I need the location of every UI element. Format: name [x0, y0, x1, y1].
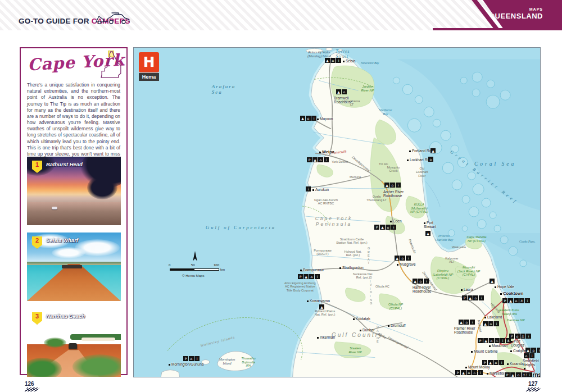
page-number-hatch-right [526, 388, 541, 391]
poi-icon-row: ▲⌂i [413, 279, 429, 284]
scale-unit: km [220, 268, 225, 271]
poi-icon-row: P▲⌂⚓i [505, 372, 533, 377]
hema-logo-mark: H [139, 52, 159, 72]
map-label: Mornington Island [219, 358, 235, 366]
tent-icon: ▲ [319, 304, 324, 309]
town-label: Mossman [489, 344, 507, 348]
anchor-icon: ⚓ [506, 338, 511, 343]
town-label: Smithfield Heights [523, 359, 539, 367]
info-icon: i [406, 256, 411, 261]
scale-tick-50: 50 [191, 263, 195, 267]
map-label: York Downs [332, 160, 348, 163]
fuel-icon: P [374, 225, 379, 230]
tent-icon: ▲ [483, 321, 488, 326]
map-label: Developmental [387, 336, 409, 350]
town-label: Laura [461, 288, 473, 291]
map-label: Holroyd Nat. Ref. (pvt.) [344, 250, 361, 257]
sidebar-panel: Cape York There's a unique satisfaction … [20, 47, 128, 375]
town-label: Port Douglas [511, 339, 524, 348]
tree-silhouette [87, 176, 117, 199]
map-label: Apudthama LT [344, 99, 360, 107]
info-icon: i [537, 348, 541, 353]
town-label: Mount Carbine [471, 349, 498, 353]
highlight-label-1: Bathurst Head [46, 161, 83, 167]
tent-icon: ▲ [395, 256, 400, 261]
map-label: Cooks Pass. [519, 240, 535, 244]
hut-icon: ⌂ [428, 157, 433, 162]
highlight-label-2: Seisia Wharf [46, 237, 78, 243]
info-icon: i [499, 360, 504, 365]
town-label: Hann River Roadhouse [413, 285, 431, 294]
map-label: Mulligan [477, 320, 483, 332]
town-label: Koolatah [353, 317, 370, 321]
town-label: Kowanyama [307, 299, 330, 303]
poi-icon-row: ▲⌂i [325, 58, 342, 63]
map-label: Rutland Plains Nat. Ref. (pvt.) [315, 309, 335, 317]
map-attribution: © Hema Maps [182, 274, 205, 277]
poi-icon-row: ⌂i [524, 353, 535, 358]
town-label: Cooktown [500, 291, 523, 297]
tent-icon: ▲ [430, 148, 436, 153]
map-label: Cape Melville NP (CYPAL) [467, 235, 487, 243]
hut-icon: ⌂ [418, 279, 423, 284]
wharf-deck [27, 264, 121, 301]
fuel-icon: P [298, 274, 303, 279]
town-label: Mornington/Gununa [169, 362, 203, 366]
highlight-card-1[interactable]: 1 Bathurst Head [27, 157, 121, 225]
beach-foreground [27, 202, 121, 225]
hut-icon: ⌂ [189, 356, 194, 361]
poi-icon-row: P▲⌂i [462, 295, 484, 300]
poi-icon-row: ▲⌂i [395, 256, 411, 261]
map-label: Burke [377, 332, 387, 340]
map-label: Olkola AC [375, 285, 389, 288]
info-icon: i [479, 295, 484, 300]
town-label: Archer River Roadhouse [383, 190, 404, 198]
town-label: Mareeba [487, 371, 504, 375]
scale-tick-0: 0 [169, 263, 170, 267]
map-label: Wakooka [452, 245, 466, 249]
hema-logo[interactable]: H Hema [139, 52, 159, 81]
anchor-icon: ⚓ [520, 334, 525, 339]
poi-icon-row: P▲⌂♨i [455, 370, 483, 375]
map-label: Newcastle Bay [361, 61, 379, 65]
tent-icon: ▲ [461, 370, 466, 375]
poi-icon-row: P▲⌂i [298, 274, 320, 279]
town-label: Bramwell Roadhouse [334, 96, 352, 104]
map-label: G R E A T [368, 247, 370, 265]
poi-icon-row: ▲ [430, 148, 436, 153]
town-label: Port Stewart [424, 221, 436, 229]
tent-icon: ▲ [312, 157, 318, 162]
poi-icon-row: ▲⌂i [483, 321, 500, 326]
anchor-icon: ⚓ [519, 298, 524, 303]
town-label: Weipa [319, 150, 334, 155]
tent-icon: ▲ [508, 298, 513, 303]
hut-icon: ⌂ [464, 320, 469, 325]
tent-icon: ▲ [490, 279, 495, 284]
map-label: Gulf Country [332, 332, 383, 339]
info-icon: i [527, 372, 532, 377]
hut-icon: ⌂ [531, 348, 536, 353]
tent-icon: ▲ [483, 338, 488, 343]
map-label: Staaten River NP [348, 347, 361, 354]
town-label: Hope Vale [495, 285, 514, 289]
map-label: Norkanna Nat. Ref. (pvt.) [353, 272, 373, 280]
map-label: Rinyirru (Lakefield) NP (CYPAL) [433, 269, 454, 280]
map-label: Jardine River NP [361, 85, 374, 92]
hut-icon: ⌂ [318, 157, 323, 162]
page-number-left: 126 [25, 381, 34, 387]
map-label: Highway [490, 302, 501, 314]
fuel-icon: P [462, 295, 467, 300]
cape-york-map[interactable]: H Hema Arafura SeaTorres StraitNewcastle… [133, 47, 541, 377]
info-icon: i [324, 157, 329, 162]
vegetation [72, 354, 121, 377]
town-label: Kuranda [507, 362, 524, 366]
map-label: Gulf of Carpentaria [206, 225, 276, 231]
hut-icon: ⌂ [515, 334, 520, 339]
scale-bar: 0 50 100 km © Hema Maps [169, 251, 230, 280]
map-label-layer: Arafura SeaTorres StraitNewcastle BayPri… [134, 48, 541, 377]
map-label: Great Barrier Reef [449, 149, 519, 206]
info-icon: i [396, 183, 401, 188]
highlight-card-3[interactable]: 3 Nanthau Beach [27, 308, 121, 377]
highlight-card-2[interactable]: 2 Seisia Wharf [27, 233, 121, 301]
white-dune [81, 338, 115, 341]
